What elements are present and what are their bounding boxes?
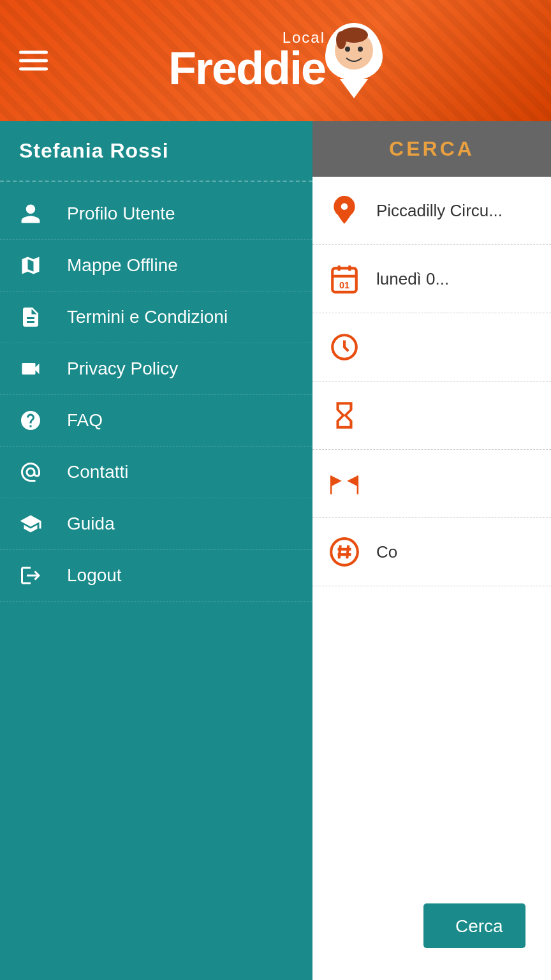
logo-freddie-text: Freddie bbox=[168, 45, 325, 91]
date-text: lunedì 0... bbox=[376, 269, 538, 289]
svg-text:01: 01 bbox=[339, 280, 349, 290]
doc-icon bbox=[19, 306, 54, 329]
sidebar-item-faq[interactable]: FAQ bbox=[0, 395, 312, 447]
logo-text: Local Freddie bbox=[168, 30, 325, 91]
svg-point-2 bbox=[336, 31, 346, 49]
sidebar-label-privacy-policy: Privacy Policy bbox=[67, 359, 178, 379]
sidebar-label-logout: Logout bbox=[67, 565, 122, 586]
flags-svg bbox=[328, 468, 360, 500]
calendar-svg: 01 bbox=[328, 263, 360, 295]
sidebar-label-contatti: Contatti bbox=[67, 462, 129, 482]
at-icon bbox=[19, 461, 54, 484]
svg-line-22 bbox=[347, 546, 348, 559]
mortarboard-svg bbox=[19, 512, 42, 535]
hamburger-button[interactable] bbox=[19, 51, 48, 71]
hashtag-icon bbox=[325, 536, 364, 568]
camera-icon bbox=[19, 357, 54, 380]
sidebar-label-mappe-offline: Mappe Offline bbox=[67, 255, 178, 276]
svg-marker-18 bbox=[347, 476, 358, 492]
map-svg bbox=[19, 254, 42, 277]
sidebar-item-profilo-utente[interactable]: Profilo Utente bbox=[0, 188, 312, 240]
clock-icon bbox=[325, 331, 364, 363]
question-svg bbox=[19, 409, 42, 432]
mascot-face-svg bbox=[328, 26, 379, 77]
form-row-duration[interactable] bbox=[312, 382, 551, 450]
crosshair-icon bbox=[325, 195, 364, 226]
sidebar-item-logout[interactable]: Logout bbox=[0, 550, 312, 602]
sidebar-label-profilo-utente: Profilo Utente bbox=[67, 204, 175, 224]
mascot-pin-point bbox=[340, 79, 368, 98]
form-row-date[interactable]: 01 lunedì 0... bbox=[312, 245, 551, 313]
crosshair-svg bbox=[328, 195, 360, 226]
cerca-header: CERCA bbox=[312, 121, 551, 177]
camera-svg bbox=[19, 357, 42, 380]
location-text: Piccadilly Circu... bbox=[376, 201, 538, 221]
form-row-time[interactable] bbox=[312, 313, 551, 382]
sidebar-item-privacy-policy[interactable]: Privacy Policy bbox=[0, 343, 312, 395]
question-icon bbox=[19, 409, 54, 432]
search-button-container: Cerca bbox=[312, 872, 551, 980]
sidebar-item-mappe-offline[interactable]: Mappe Offline bbox=[0, 240, 312, 292]
app-header: Local Freddie bbox=[0, 0, 551, 121]
search-button[interactable]: Cerca bbox=[423, 903, 525, 948]
clock-svg bbox=[328, 331, 360, 363]
sidebar-item-guida[interactable]: Guida bbox=[0, 498, 312, 550]
form-row-hashtag[interactable]: Co bbox=[312, 518, 551, 586]
svg-marker-16 bbox=[331, 476, 342, 492]
hourglass-svg bbox=[328, 399, 360, 431]
cerca-label: CERCA bbox=[389, 137, 474, 161]
at-svg bbox=[19, 461, 42, 484]
main-content: Stefania Rossi Profilo Utente M bbox=[0, 121, 551, 980]
logout-svg bbox=[19, 564, 42, 587]
nav-menu: Profilo Utente Mappe Offline Termi bbox=[0, 182, 312, 602]
svg-point-3 bbox=[345, 47, 350, 52]
sidebar-item-contatti[interactable]: Contatti bbox=[0, 447, 312, 498]
user-icon bbox=[19, 202, 54, 225]
sidebar: Stefania Rossi Profilo Utente M bbox=[0, 121, 312, 980]
right-panel: CERCA Piccadilly Circu... bbox=[312, 121, 551, 980]
form-rows: Piccadilly Circu... 01 lunedì 0... bbox=[312, 177, 551, 872]
form-row-flags[interactable] bbox=[312, 450, 551, 518]
user-svg bbox=[19, 202, 42, 225]
mascot-head bbox=[325, 23, 383, 80]
user-name: Stefania Rossi bbox=[19, 139, 169, 162]
sidebar-label-guida: Guida bbox=[67, 514, 115, 534]
calendar-icon: 01 bbox=[325, 263, 364, 295]
logout-icon bbox=[19, 564, 54, 587]
hashtag-svg bbox=[328, 536, 360, 568]
user-name-bar: Stefania Rossi bbox=[0, 121, 312, 182]
doc-svg bbox=[19, 306, 42, 329]
map-icon bbox=[19, 254, 54, 277]
form-row-location[interactable]: Piccadilly Circu... bbox=[312, 177, 551, 245]
svg-line-21 bbox=[339, 546, 341, 559]
hourglass-icon bbox=[325, 399, 364, 431]
flags-icon bbox=[325, 468, 364, 500]
svg-point-4 bbox=[358, 47, 363, 52]
sidebar-label-termini-condizioni: Termini e Condizioni bbox=[67, 307, 228, 327]
sidebar-item-termini-condizioni[interactable]: Termini e Condizioni bbox=[0, 292, 312, 343]
mortarboard-icon bbox=[19, 512, 54, 535]
logo: Local Freddie bbox=[168, 23, 383, 98]
hashtag-text: Co bbox=[376, 542, 538, 562]
svg-point-20 bbox=[331, 538, 358, 565]
logo-mascot bbox=[325, 23, 383, 98]
sidebar-label-faq: FAQ bbox=[67, 410, 103, 431]
